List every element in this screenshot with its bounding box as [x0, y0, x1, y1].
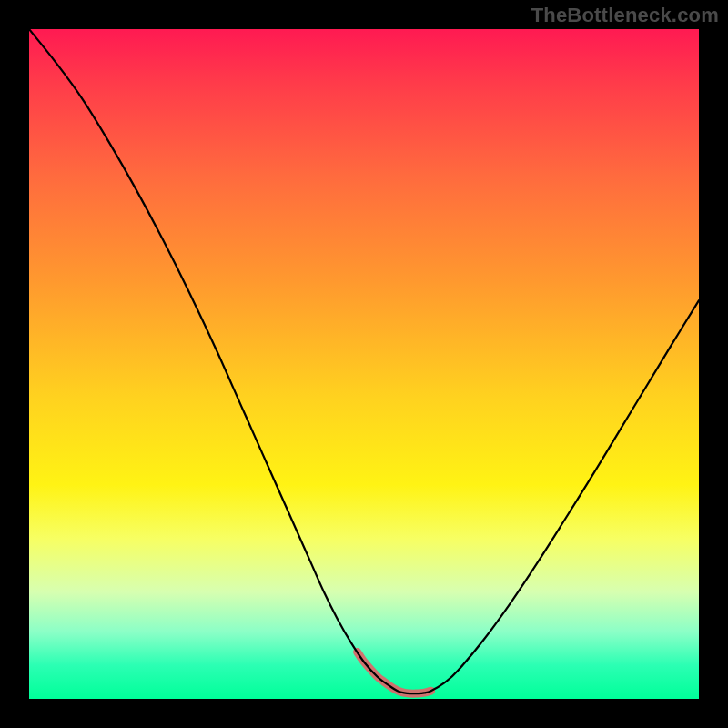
main-curve — [29, 29, 699, 693]
curve-layer — [29, 29, 699, 699]
plot-area — [29, 29, 699, 699]
trough-highlight — [358, 652, 431, 693]
chart-stage: TheBottleneck.com — [0, 0, 728, 728]
watermark-text: TheBottleneck.com — [531, 4, 719, 27]
